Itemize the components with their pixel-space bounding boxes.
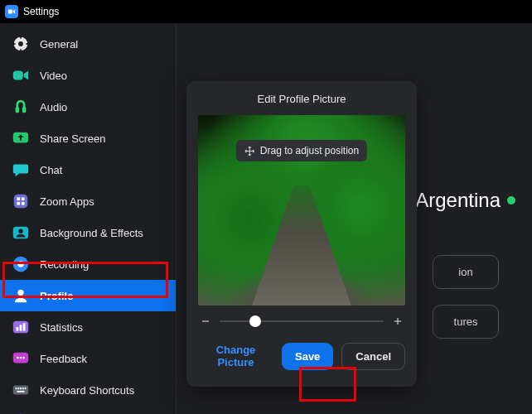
save-button[interactable]: Save — [282, 343, 333, 370]
image-crop-area[interactable]: Drag to adjust position — [198, 115, 405, 306]
keyboard-icon — [12, 381, 30, 399]
behind-button-partial[interactable]: ion — [433, 255, 499, 289]
video-icon — [12, 66, 30, 84]
app-logo-icon — [5, 5, 18, 18]
gear-icon — [12, 35, 30, 53]
svg-point-19 — [17, 261, 23, 267]
svg-rect-9 — [22, 107, 27, 113]
sidebar-item-background-effects[interactable]: Background & Effects — [0, 217, 176, 248]
svg-point-20 — [17, 290, 23, 296]
behind-button-partial[interactable]: tures — [433, 305, 499, 339]
feedback-icon — [12, 349, 30, 368]
presence-indicator-icon — [507, 196, 515, 205]
svg-rect-24 — [23, 323, 26, 330]
svg-rect-35 — [17, 391, 24, 392]
sidebar-item-zoom-apps[interactable]: Zoom Apps — [0, 185, 176, 217]
edit-profile-picture-dialog: Edit Profile Picture Drag to adjust posi… — [186, 81, 417, 387]
svg-point-17 — [18, 229, 23, 233]
image-preview — [252, 185, 351, 306]
drag-tooltip: Drag to adjust position — [236, 140, 367, 161]
svg-rect-3 — [20, 36, 22, 39]
minus-icon[interactable] — [200, 315, 211, 327]
sidebar-item-recording[interactable]: Recording — [0, 248, 176, 280]
sidebar-item-label: Background & Effects — [40, 227, 143, 239]
sidebar-item-label: Keyboard Shortcuts — [40, 384, 134, 397]
svg-rect-31 — [17, 388, 19, 389]
svg-point-26 — [17, 357, 19, 359]
svg-rect-5 — [13, 43, 16, 45]
zoom-slider[interactable] — [220, 315, 384, 327]
sidebar-item-label: Feedback — [40, 353, 87, 365]
sidebar-item-label: General — [40, 38, 78, 51]
svg-rect-8 — [16, 107, 20, 113]
svg-rect-29 — [13, 386, 28, 395]
sidebar-item-label: Audio — [40, 101, 67, 113]
plus-icon[interactable] — [392, 315, 404, 327]
svg-point-28 — [22, 357, 25, 359]
svg-rect-13 — [22, 197, 25, 200]
svg-point-2 — [18, 41, 23, 46]
audio-icon — [12, 98, 30, 116]
sidebar-item-keyboard-shortcuts[interactable]: Keyboard Shortcuts — [0, 374, 176, 406]
sidebar-item-chat[interactable]: Chat — [0, 154, 176, 185]
svg-rect-4 — [20, 49, 22, 51]
background-icon — [12, 224, 30, 242]
sidebar-item-label: Profile — [40, 290, 73, 302]
profile-name-text: Argentina — [415, 189, 501, 212]
svg-rect-14 — [17, 202, 20, 205]
sidebar-item-label: Statistics — [40, 321, 83, 334]
svg-rect-11 — [14, 195, 28, 209]
svg-rect-7 — [13, 71, 23, 80]
zoom-slider-thumb[interactable] — [249, 315, 261, 327]
sidebar-item-share-screen[interactable]: Share Screen — [0, 123, 176, 154]
svg-rect-23 — [20, 325, 22, 330]
sidebar-item-statistics[interactable]: Statistics — [0, 311, 176, 343]
sidebar-item-label: Share Screen — [40, 132, 106, 145]
sidebar: General Video Audio Share Screen Chat Zo… — [0, 23, 177, 414]
sidebar-item-label: Video — [40, 70, 67, 82]
svg-rect-33 — [22, 388, 24, 389]
svg-rect-6 — [26, 43, 28, 45]
svg-rect-12 — [17, 197, 20, 200]
sidebar-item-label: Chat — [40, 164, 62, 176]
profile-display-name: Argentina — [415, 189, 515, 212]
change-picture-button[interactable]: Change Picture — [198, 339, 273, 373]
svg-rect-32 — [20, 388, 22, 389]
svg-rect-22 — [17, 327, 19, 331]
profile-icon — [12, 286, 30, 305]
sidebar-item-label: Zoom Apps — [40, 195, 94, 208]
sidebar-item-profile[interactable]: Profile — [0, 280, 176, 311]
titlebar: Settings — [0, 0, 532, 23]
svg-rect-30 — [16, 388, 17, 389]
statistics-icon — [12, 318, 30, 336]
svg-rect-34 — [25, 388, 27, 389]
chat-icon — [12, 161, 30, 179]
sidebar-item-accessibility[interactable]: Accessibility — [0, 406, 176, 414]
sidebar-item-video[interactable]: Video — [0, 60, 176, 91]
dialog-title: Edit Profile Picture — [198, 93, 405, 105]
window-title: Settings — [23, 6, 59, 17]
move-icon — [244, 146, 255, 156]
recording-icon — [12, 255, 30, 273]
svg-point-27 — [20, 357, 22, 359]
svg-rect-0 — [8, 10, 12, 14]
share-screen-icon — [12, 129, 30, 147]
cancel-button[interactable]: Cancel — [341, 343, 405, 370]
apps-icon — [12, 192, 30, 210]
sidebar-item-label: Recording — [40, 258, 89, 271]
drag-tooltip-text: Drag to adjust position — [260, 145, 359, 156]
zoom-slider-row — [200, 315, 404, 327]
svg-rect-15 — [22, 202, 25, 205]
sidebar-item-general[interactable]: General — [0, 28, 176, 60]
sidebar-item-feedback[interactable]: Feedback — [0, 343, 176, 374]
sidebar-item-audio[interactable]: Audio — [0, 91, 176, 123]
